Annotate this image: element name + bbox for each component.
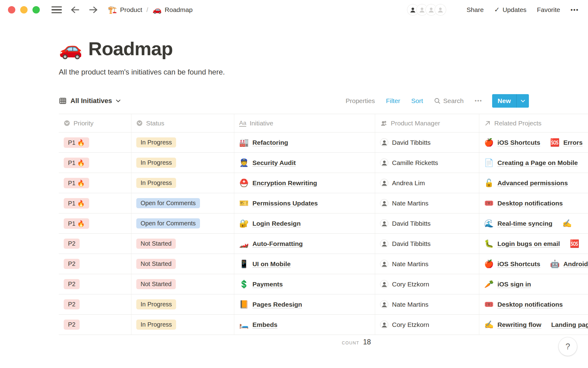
related-projects-cell[interactable]: 📄Creating a Page on Mobile	[479, 153, 588, 173]
initiative-cell[interactable]: 🏎️Auto-Formatting	[234, 234, 375, 254]
initiative-page-link[interactable]: Refactoring	[252, 139, 288, 146]
help-button[interactable]: ?	[559, 337, 577, 356]
initiative-page-link[interactable]: UI on Mobile	[252, 260, 291, 268]
status-cell[interactable]: Open for Comments	[131, 193, 234, 213]
product-manager-cell[interactable]: David Tibbitts	[375, 132, 479, 152]
count-calculation[interactable]: COUNT 18	[59, 338, 375, 346]
related-projects-cell[interactable]: 🌊Real-time syncing✍️	[479, 213, 588, 233]
priority-badge[interactable]: P1 🔥	[64, 218, 89, 229]
status-cell[interactable]: In Progress	[131, 315, 234, 335]
status-badge[interactable]: In Progress	[136, 137, 176, 148]
related-project-link[interactable]: Android	[563, 260, 588, 268]
status-badge[interactable]: Open for Comments	[136, 218, 200, 228]
related-project-link[interactable]: Desktop notifications	[497, 200, 563, 207]
status-badge[interactable]: In Progress	[136, 158, 176, 168]
priority-cell[interactable]: P2	[59, 234, 131, 254]
breadcrumb-item-roadmap[interactable]: 🚗 Roadmap	[153, 6, 193, 14]
product-manager-cell[interactable]: David Tibbitts	[375, 213, 479, 233]
initiative-page-link[interactable]: Embeds	[252, 321, 277, 328]
initiative-page-link[interactable]: Payments	[252, 281, 283, 288]
zoom-window-button[interactable]	[32, 6, 40, 13]
priority-badge[interactable]: P1 🔥	[64, 178, 89, 188]
priority-badge[interactable]: P2	[64, 320, 80, 330]
related-project-link[interactable]: Real-time syncing	[497, 220, 552, 227]
initiative-cell[interactable]: 💲Payments	[234, 274, 375, 294]
product-manager-cell[interactable]: Nate Martins	[375, 193, 479, 213]
status-badge[interactable]: In Progress	[136, 178, 176, 188]
car-page-icon[interactable]: 🚗	[59, 37, 82, 60]
status-badge[interactable]: In Progress	[136, 299, 176, 309]
priority-badge[interactable]: P1 🔥	[64, 198, 89, 209]
priority-badge[interactable]: P2	[64, 299, 80, 309]
properties-button[interactable]: Properties	[345, 97, 375, 105]
status-cell[interactable]: Not Started	[131, 234, 234, 254]
priority-cell[interactable]: P2	[59, 254, 131, 274]
related-projects-cell[interactable]: 🥕iOS sign in	[479, 274, 588, 294]
initiative-cell[interactable]: 🏭Refactoring	[234, 132, 375, 152]
updates-button[interactable]: ✓ Updates	[494, 6, 526, 14]
initiative-page-link[interactable]: Encryption Rewriting	[252, 179, 317, 187]
initiative-page-link[interactable]: Login Redesign	[252, 220, 301, 227]
initiative-page-link[interactable]: Auto-Formatting	[252, 240, 303, 247]
view-more-options-icon[interactable]: •••	[475, 98, 482, 104]
related-project-link[interactable]: iOS Shortcuts	[497, 260, 540, 268]
more-options-icon[interactable]: •••	[571, 6, 579, 13]
back-icon[interactable]	[70, 5, 80, 14]
column-header-status[interactable]: Status	[131, 114, 234, 132]
priority-badge[interactable]: P2	[64, 239, 80, 249]
breadcrumb-item-product[interactable]: 🏗️ Product	[108, 6, 142, 14]
priority-badge[interactable]: P1 🔥	[64, 158, 89, 168]
product-manager-cell[interactable]: Nate Martins	[375, 294, 479, 314]
status-cell[interactable]: Open for Comments	[131, 213, 234, 233]
initiative-cell[interactable]: 📙Pages Redesign	[234, 294, 375, 314]
priority-cell[interactable]: P2	[59, 294, 131, 314]
status-cell[interactable]: In Progress	[131, 294, 234, 314]
related-project-link[interactable]: iOS Shortcuts	[497, 139, 540, 146]
search-button[interactable]: Search	[434, 97, 464, 105]
priority-cell[interactable]: P2	[59, 315, 131, 335]
sort-button[interactable]: Sort	[411, 97, 423, 105]
status-cell[interactable]: Not Started	[131, 254, 234, 274]
status-badge[interactable]: In Progress	[136, 320, 176, 330]
priority-cell[interactable]: P1 🔥	[59, 193, 131, 213]
related-project-link[interactable]: iOS sign in	[497, 281, 531, 288]
product-manager-cell[interactable]: Andrea Lim	[375, 173, 479, 193]
column-header-product-manager[interactable]: Product Manager	[375, 114, 479, 132]
product-manager-cell[interactable]: Camille Ricketts	[375, 153, 479, 173]
related-project-link[interactable]: Creating a Page on Mobile	[497, 159, 578, 167]
priority-cell[interactable]: P1 🔥	[59, 173, 131, 193]
related-projects-cell[interactable]: ✍️Rewriting flowLanding page	[479, 315, 588, 335]
initiative-cell[interactable]: 🔐Login Redesign	[234, 213, 375, 233]
forward-icon[interactable]	[88, 5, 99, 14]
sidebar-menu-icon[interactable]	[51, 4, 62, 15]
related-projects-cell[interactable]: 🎟️Desktop notifications	[479, 294, 588, 314]
product-manager-cell[interactable]: Cory Etzkorn	[375, 274, 479, 294]
related-project-link[interactable]: Landing page	[551, 321, 588, 328]
status-badge[interactable]: Not Started	[136, 279, 176, 289]
related-project-link[interactable]: Advanced permissions	[497, 179, 568, 187]
initiative-cell[interactable]: 👮Security Audit	[234, 153, 375, 173]
related-projects-cell[interactable]: 🐛Login bugs on email🆘	[479, 234, 588, 254]
avatar[interactable]	[434, 3, 447, 16]
related-projects-cell[interactable]: 🍎iOS Shortcuts🤖Android	[479, 254, 588, 274]
column-header-related-projects[interactable]: Related Projects	[479, 114, 588, 132]
close-window-button[interactable]	[8, 6, 15, 13]
view-switcher[interactable]: All Initiatives	[59, 97, 121, 105]
status-badge[interactable]: Open for Comments	[136, 198, 200, 208]
initiative-cell[interactable]: 📱UI on Mobile	[234, 254, 375, 274]
initiative-cell[interactable]: 🛏️Embeds	[234, 315, 375, 335]
column-header-priority[interactable]: Priority	[59, 114, 131, 132]
initiative-page-link[interactable]: Permissions Updates	[252, 200, 318, 207]
related-projects-cell[interactable]: 🎟️Desktop notifications	[479, 193, 588, 213]
status-cell[interactable]: In Progress	[131, 153, 234, 173]
status-badge[interactable]: Not Started	[136, 259, 176, 269]
minimize-window-button[interactable]	[20, 6, 28, 13]
product-manager-cell[interactable]: David Tibbitts	[375, 234, 479, 254]
related-project-link[interactable]: Rewriting flow	[497, 321, 541, 328]
product-manager-cell[interactable]: Cory Etzkorn	[375, 315, 479, 335]
product-manager-cell[interactable]: Nate Martins	[375, 254, 479, 274]
initiative-page-link[interactable]: Security Audit	[252, 159, 296, 167]
initiative-page-link[interactable]: Pages Redesign	[252, 301, 302, 308]
related-projects-cell[interactable]: 🔓Advanced permissions	[479, 173, 588, 193]
new-row-button[interactable]: New	[492, 94, 529, 108]
